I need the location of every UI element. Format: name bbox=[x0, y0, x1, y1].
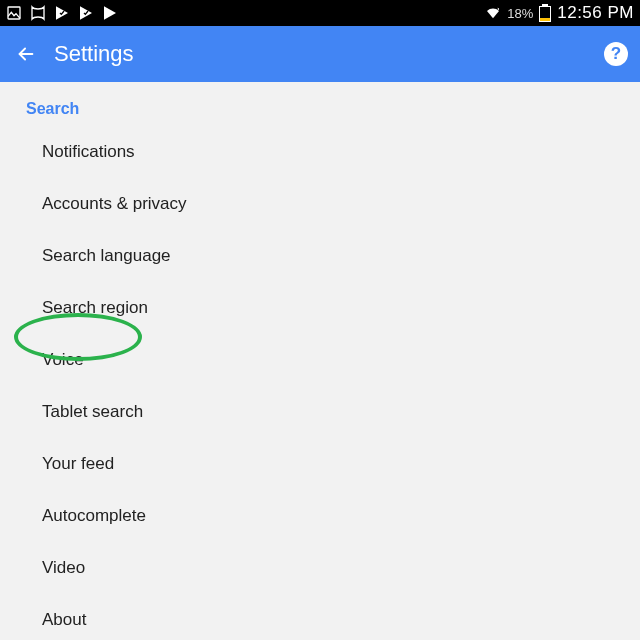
back-button[interactable] bbox=[12, 40, 40, 68]
present-icon bbox=[30, 5, 46, 21]
wifi-icon bbox=[485, 5, 501, 21]
status-right: 18% 12:56 PM bbox=[485, 3, 634, 23]
play-check-icon bbox=[54, 5, 70, 21]
settings-item-accounts-privacy[interactable]: Accounts & privacy bbox=[0, 178, 640, 230]
status-left-icons bbox=[6, 5, 118, 21]
settings-item-tablet-search[interactable]: Tablet search bbox=[0, 386, 640, 438]
app-bar-title: Settings bbox=[54, 41, 604, 67]
settings-content: Search Notifications Accounts & privacy … bbox=[0, 82, 640, 640]
section-header-search: Search bbox=[0, 82, 640, 126]
battery-icon bbox=[539, 4, 551, 22]
settings-item-voice[interactable]: Voice bbox=[0, 334, 640, 386]
settings-item-autocomplete[interactable]: Autocomplete bbox=[0, 490, 640, 542]
battery-percentage: 18% bbox=[507, 6, 533, 21]
status-clock: 12:56 PM bbox=[557, 3, 634, 23]
settings-item-notifications[interactable]: Notifications bbox=[0, 126, 640, 178]
app-bar: Settings ? bbox=[0, 26, 640, 82]
settings-item-search-language[interactable]: Search language bbox=[0, 230, 640, 282]
settings-item-video[interactable]: Video bbox=[0, 542, 640, 594]
status-bar: 18% 12:56 PM bbox=[0, 0, 640, 26]
settings-item-your-feed[interactable]: Your feed bbox=[0, 438, 640, 490]
settings-item-search-region[interactable]: Search region bbox=[0, 282, 640, 334]
image-icon bbox=[6, 5, 22, 21]
play-check-icon bbox=[78, 5, 94, 21]
help-button[interactable]: ? bbox=[604, 42, 628, 66]
play-store-icon bbox=[102, 5, 118, 21]
settings-item-about[interactable]: About bbox=[0, 594, 640, 640]
